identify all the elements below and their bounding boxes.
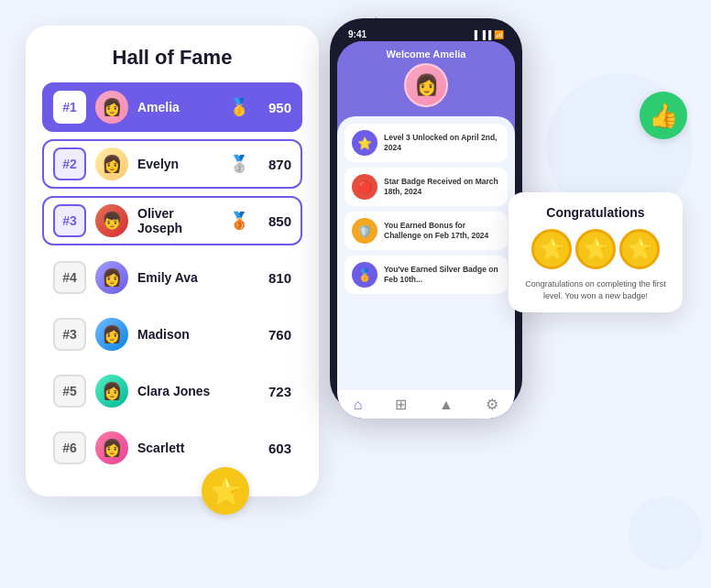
phone-content: ⭐ Level 3 Unlocked on April 2nd, 2024 🔴 … (337, 116, 515, 390)
avatar-amelia: 👩 (95, 91, 128, 124)
score-emily: 810 (258, 270, 291, 286)
phone-mockup: 9:41 ▐ ▐▐ 📶 Welcome Amelia 👩 ⭐ Level 3 U… (330, 18, 522, 412)
avatar-emily: 👩 (95, 261, 128, 294)
score-amelia: 950 (258, 100, 291, 115)
nav-grid-icon[interactable]: ⊞ (395, 396, 407, 413)
hof-row-2[interactable]: #2 👩 Evelyn 🥈 870 (42, 139, 302, 189)
hof-row-1[interactable]: #1 👩 Amelia 🥇 950 (42, 82, 302, 132)
hof-row-7[interactable]: #6 👩 Scarlett 603 (42, 423, 302, 473)
name-amelia: Amelia (137, 100, 220, 114)
avatar-oliver: 👦 (95, 204, 128, 237)
activity-text-1: Level 3 Unlocked on April 2nd, 2024 (384, 133, 500, 153)
phone-notch: 9:41 ▐ ▐▐ 📶 (337, 27, 515, 41)
hof-row-5[interactable]: #3 👩 Madison 760 (42, 310, 302, 359)
congrats-title: Congratulations (521, 205, 670, 220)
name-madison: Madison (137, 327, 249, 342)
rank-badge-4: #4 (53, 261, 86, 294)
star-3: ⭐ (619, 229, 660, 269)
activity-item-3[interactable]: 🛡️ You Earned Bonus for Challenge on Feb… (345, 212, 508, 250)
nav-settings-icon[interactable]: ⚙ (486, 396, 498, 413)
medal-1: 🥇 (229, 97, 249, 117)
rank-badge-7: #6 (53, 431, 86, 464)
name-scarlett: Scarlett (137, 441, 249, 455)
nav-home-icon[interactable]: ⌂ (354, 397, 363, 413)
medal-2: 🥈 (229, 154, 249, 174)
phone-time: 9:41 (348, 29, 366, 39)
circle-decoration-bottom (629, 496, 702, 570)
hof-row-6[interactable]: #5 👩 Clara Jones 723 (42, 366, 302, 416)
avatar-scarlett: 👩 (95, 431, 128, 464)
activity-text-4: You've Earned Silver Badge on Feb 10th..… (384, 265, 500, 285)
congrats-text: Congratulations on completing the first … (521, 278, 670, 301)
phone-screen: Welcome Amelia 👩 ⭐ Level 3 Unlocked on A… (337, 41, 515, 419)
rank-badge-5: #3 (53, 318, 86, 351)
activity-text-3: You Earned Bonus for Challenge on Feb 17… (384, 221, 500, 241)
score-madison: 760 (258, 327, 291, 343)
name-evelyn: Evelyn (137, 157, 220, 171)
phone-nav: ⌂ ⊞ ▲ ⚙ (337, 390, 515, 419)
star-badge: ⭐ (202, 467, 249, 515)
congrats-card: Congratulations ⭐ ⭐ ⭐ Congratulations on… (509, 192, 683, 312)
avatar-evelyn: 👩 (95, 147, 128, 180)
score-clara: 723 (258, 384, 291, 399)
activity-item-4[interactable]: 🏅 You've Earned Silver Badge on Feb 10th… (345, 256, 508, 294)
phone-header: Welcome Amelia 👩 (337, 41, 515, 116)
medal-3: 🥉 (229, 211, 249, 231)
name-emily: Emily Ava (137, 270, 249, 285)
activity-icon-2: 🔴 (352, 174, 377, 200)
score-oliver: 850 (258, 213, 291, 229)
score-scarlett: 603 (258, 441, 291, 456)
activity-icon-3: 🛡️ (352, 218, 377, 244)
star-2: ⭐ (575, 229, 616, 269)
phone-avatar: 👩 (404, 63, 448, 107)
score-evelyn: 870 (258, 157, 291, 172)
star-icon: ⭐ (210, 476, 242, 506)
rank-badge-6: #5 (53, 375, 86, 408)
rank-badge-1: #1 (53, 91, 86, 124)
rank-badge-3: #3 (53, 204, 86, 237)
hall-of-fame-card: Hall of Fame #1 👩 Amelia 🥇 950 #2 👩 Evel… (26, 26, 319, 496)
nav-leaderboard-icon[interactable]: ▲ (439, 397, 454, 413)
hof-title: Hall of Fame (42, 46, 302, 70)
hof-row-4[interactable]: #4 👩 Emily Ava 810 (42, 253, 302, 302)
name-oliver: Oliver Joseph (137, 206, 220, 235)
avatar-clara: 👩 (95, 375, 128, 408)
activity-icon-1: ⭐ (352, 130, 377, 156)
phone-welcome-text: Welcome Amelia (348, 49, 504, 60)
stars-row: ⭐ ⭐ ⭐ (521, 229, 670, 269)
name-clara: Clara Jones (137, 384, 249, 398)
thumbs-up-icon: 👍 (649, 102, 678, 130)
activity-text-2: Star Badge Received on March 18th, 2024 (384, 177, 500, 197)
hof-row-3[interactable]: #3 👦 Oliver Joseph 🥉 850 (42, 196, 302, 245)
activity-item-2[interactable]: 🔴 Star Badge Received on March 18th, 202… (345, 168, 508, 206)
avatar-madison: 👩 (95, 318, 128, 351)
star-1: ⭐ (531, 229, 572, 269)
thumbs-up-badge: 👍 (640, 92, 687, 139)
activity-icon-4: 🏅 (352, 262, 377, 288)
phone-status-icons: ▐ ▐▐ 📶 (472, 30, 504, 39)
rank-badge-2: #2 (53, 147, 86, 180)
activity-item-1[interactable]: ⭐ Level 3 Unlocked on April 2nd, 2024 (345, 124, 508, 162)
